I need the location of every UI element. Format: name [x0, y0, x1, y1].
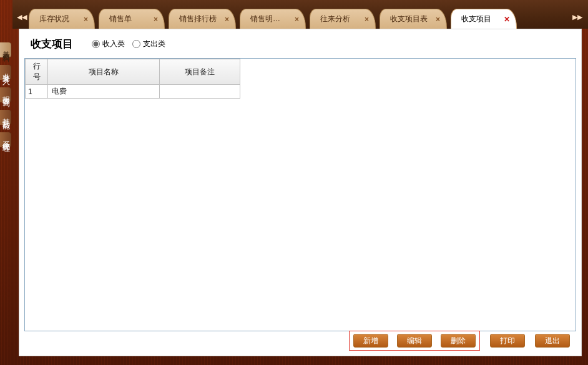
tab-label: 销售单: [109, 14, 132, 24]
type-radio-group: 收入类 支出类: [92, 39, 165, 49]
tab-income-expense-table[interactable]: 收支项目表 ×: [380, 9, 447, 29]
edit-button[interactable]: 编辑: [397, 334, 432, 348]
delete-button[interactable]: 删除: [441, 334, 476, 348]
tab-label: 销售明…: [250, 14, 280, 24]
sidebar-item-basic-data[interactable]: 基本资料: [0, 42, 11, 57]
close-icon[interactable]: ×: [225, 15, 229, 24]
sidebar: 基本资料 业务录入 报表查询 其它功能 系统管理: [0, 0, 12, 365]
sidebar-item-other-functions[interactable]: 其它功能: [0, 110, 11, 125]
close-icon[interactable]: ×: [436, 15, 440, 24]
radio-expense[interactable]: 支出类: [132, 39, 165, 49]
tab-bar: ◀◀ 库存状况 × 销售单 × 销售排行榜 × 销售明… × 往来分析 ×: [12, 0, 588, 29]
cell-project-name: 电费: [48, 85, 160, 99]
tab-scroll-left-icon[interactable]: ◀◀: [15, 9, 29, 25]
radio-expense-input[interactable]: [132, 40, 140, 48]
sidebar-item-report-query[interactable]: 报表查询: [0, 87, 11, 102]
edit-button-group: 新增 编辑 删除: [349, 331, 480, 351]
radio-income-label: 收入类: [102, 39, 125, 49]
close-icon[interactable]: ×: [295, 15, 299, 24]
radio-income-input[interactable]: [92, 40, 100, 48]
tab-label: 往来分析: [320, 14, 350, 24]
col-row-no[interactable]: 行号: [26, 59, 48, 85]
table-region: 行号 项目名称 项目备注 1 电费: [24, 58, 576, 331]
tab-settlement-analysis[interactable]: 往来分析 ×: [310, 9, 376, 29]
items-table: 行号 项目名称 项目备注 1 电费: [25, 59, 240, 99]
tab-label: 销售排行榜: [179, 14, 217, 24]
radio-expense-label: 支出类: [143, 39, 165, 49]
print-button[interactable]: 打印: [490, 334, 525, 348]
page-title: 收支项目: [31, 37, 73, 51]
tab-sales-detail[interactable]: 销售明… ×: [240, 9, 306, 29]
exit-button[interactable]: 退出: [535, 334, 570, 348]
tab-sales-ranking[interactable]: 销售排行榜 ×: [169, 9, 236, 29]
close-icon[interactable]: ×: [365, 15, 369, 24]
table-row[interactable]: 1 电费: [26, 85, 240, 99]
add-button[interactable]: 新增: [353, 334, 388, 348]
close-icon[interactable]: ✕: [504, 15, 510, 24]
close-icon[interactable]: ×: [84, 15, 88, 24]
radio-income[interactable]: 收入类: [92, 39, 125, 49]
tab-sales-order[interactable]: 销售单 ×: [99, 9, 165, 29]
close-icon[interactable]: ×: [154, 15, 158, 24]
content-panel: 收支项目 收入类 支出类 行号: [19, 29, 582, 356]
tab-scroll-right-icon[interactable]: ▶▶: [571, 9, 584, 25]
sidebar-item-business-entry[interactable]: 业务录入: [0, 65, 11, 80]
tab-label: 收支项目表: [390, 14, 428, 24]
tab-label: 收支项目: [461, 14, 491, 24]
tab-inventory-status[interactable]: 库存状况 ×: [29, 9, 95, 29]
action-button-row: 新增 编辑 删除 打印 退出: [349, 331, 570, 351]
table-header-row: 行号 项目名称 项目备注: [26, 59, 240, 85]
tab-income-expense-item[interactable]: 收支项目 ✕: [451, 9, 517, 29]
cell-project-remark: [160, 85, 240, 99]
cell-row-no: 1: [26, 85, 48, 99]
col-project-name[interactable]: 项目名称: [48, 59, 160, 85]
sidebar-item-system-management[interactable]: 系统管理: [0, 132, 11, 147]
tab-label: 库存状况: [39, 14, 69, 24]
col-project-remark[interactable]: 项目备注: [160, 59, 240, 85]
